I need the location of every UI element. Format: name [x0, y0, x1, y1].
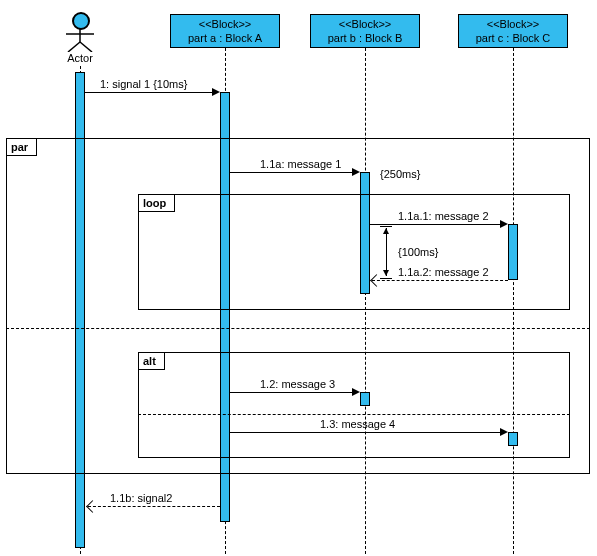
svg-line-3 [80, 42, 92, 52]
msg-11a-arrow [230, 172, 358, 173]
lifeline-header-a: <<Block>> part a : Block A [170, 14, 280, 48]
lifeline-label: part a : Block A [171, 31, 279, 45]
msg-12-label: 1.2: message 3 [260, 378, 335, 390]
msg-11a1-label: 1.1a.1: message 2 [398, 210, 489, 222]
msg-13-label: 1.3: message 4 [320, 418, 395, 430]
lifeline-header-c: <<Block>> part c : Block C [458, 14, 568, 48]
lifeline-label: part c : Block C [459, 31, 567, 45]
lifeline-header-b: <<Block>> part b : Block B [310, 14, 420, 48]
duration-tick-top [380, 226, 392, 227]
arrow-right-icon [500, 428, 508, 436]
fragment-loop: loop [138, 194, 570, 310]
arrow-right-icon [352, 388, 360, 396]
stereotype: <<Block>> [311, 17, 419, 31]
fragment-loop-label: loop [139, 195, 175, 212]
duration-line [386, 228, 387, 276]
fragment-alt-label: alt [139, 353, 165, 370]
sequence-diagram: Actor <<Block>> part a : Block A <<Block… [0, 0, 597, 556]
msg-11b-label: 1.1b: signal2 [110, 492, 172, 504]
par-divider [6, 328, 590, 329]
msg-11a-label: 1.1a: message 1 [260, 158, 341, 170]
arrow-left-open-icon [86, 500, 99, 513]
msg-11b-arrow [88, 506, 220, 507]
fragment-alt: alt [138, 352, 570, 458]
lifeline-label: part b : Block B [311, 31, 419, 45]
arrow-down-icon [383, 270, 389, 276]
arrow-right-icon [352, 168, 360, 176]
msg-11a2-arrow [372, 280, 508, 281]
arrow-right-icon [500, 220, 508, 228]
msg-1-arrow [85, 92, 217, 93]
stereotype: <<Block>> [171, 17, 279, 31]
actor-label: Actor [50, 52, 110, 64]
msg-11a2-label: 1.1a.2: message 2 [398, 266, 489, 278]
svg-line-2 [68, 42, 80, 52]
alt-divider [138, 414, 570, 415]
stereotype: <<Block>> [459, 17, 567, 31]
msg-11a1-arrow [370, 224, 506, 225]
msg-12-arrow [230, 392, 358, 393]
constraint-250: {250ms} [380, 168, 420, 180]
arrow-up-icon [383, 228, 389, 234]
msg-1-label: 1: signal 1 {10ms} [100, 78, 187, 90]
fragment-par-label: par [7, 139, 37, 156]
arrow-right-icon [212, 88, 220, 96]
constraint-100: {100ms} [398, 246, 438, 258]
msg-13-arrow [230, 432, 506, 433]
actor-body-icon [62, 26, 98, 52]
